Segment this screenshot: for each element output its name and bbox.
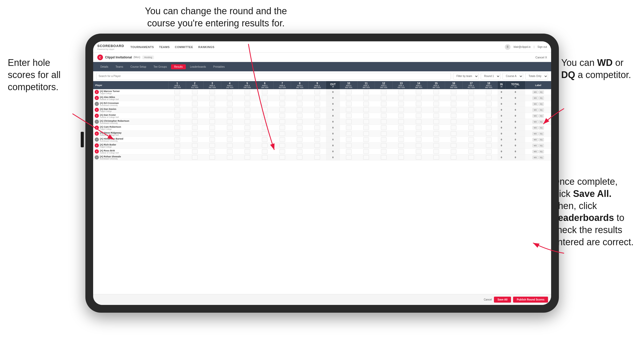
hole-4-score[interactable] [221, 101, 239, 107]
hole-17-score[interactable] [462, 119, 480, 125]
hole-6-score[interactable] [256, 131, 273, 137]
score-input-h16[interactable] [451, 137, 456, 142]
hole-15-score[interactable] [427, 101, 445, 107]
hole-9-score[interactable] [308, 125, 326, 131]
hole-18-score[interactable] [480, 125, 498, 131]
hole-9-score[interactable] [308, 113, 326, 119]
score-input-h2[interactable] [192, 90, 198, 94]
score-input-h16[interactable] [451, 131, 456, 136]
hole-13-score[interactable] [393, 107, 410, 113]
hole-14-score[interactable] [410, 101, 427, 107]
score-input-h11[interactable] [363, 149, 369, 154]
score-input-h8[interactable] [297, 149, 302, 154]
hole-4-score[interactable] [221, 89, 239, 95]
score-input-h3[interactable] [209, 90, 215, 94]
hole-16-score[interactable] [445, 143, 463, 149]
hole-9-score[interactable] [308, 95, 326, 101]
hole-4-score[interactable] [221, 107, 239, 113]
score-input-h6[interactable] [262, 155, 268, 160]
hole-7-score[interactable] [273, 101, 291, 107]
score-input-h8[interactable] [297, 137, 302, 142]
score-input-h14[interactable] [416, 131, 421, 136]
hole-8-score[interactable] [291, 107, 309, 113]
score-input-h1[interactable] [174, 137, 180, 142]
hole-7-score[interactable] [273, 137, 291, 143]
score-input-h17[interactable] [468, 102, 474, 106]
hole-14-score[interactable] [410, 125, 427, 131]
score-input-h15[interactable] [433, 137, 439, 142]
score-input-h17[interactable] [468, 131, 474, 136]
hole-2-score[interactable] [186, 137, 204, 143]
hole-13-score[interactable] [393, 119, 410, 125]
hole-16-score[interactable] [445, 95, 463, 101]
dq-button[interactable]: DQ [539, 120, 544, 124]
score-input-h3[interactable] [209, 143, 215, 148]
score-input-h5[interactable] [245, 107, 250, 112]
hole-13-score[interactable] [393, 95, 410, 101]
hole-15-score[interactable] [427, 137, 445, 143]
hole-8-score[interactable] [291, 137, 309, 143]
score-input-h18[interactable] [486, 143, 492, 148]
hole-9-score[interactable] [308, 155, 326, 160]
score-input-h16[interactable] [451, 90, 456, 94]
score-input-h4[interactable] [227, 125, 233, 130]
wd-button[interactable]: WD [532, 108, 538, 112]
hole-3-score[interactable] [203, 137, 221, 143]
score-input-h3[interactable] [209, 155, 215, 160]
publish-round-scores-button[interactable]: Publish Round Scores [513, 297, 548, 303]
dq-button[interactable]: DQ [539, 114, 544, 118]
tab-printables[interactable]: Printables [210, 64, 228, 69]
score-input-h13[interactable] [398, 125, 404, 130]
hole-5-score[interactable] [239, 149, 256, 155]
score-input-h9[interactable] [314, 96, 320, 100]
hole-12-score[interactable] [375, 107, 393, 113]
score-input-h7[interactable] [279, 137, 285, 142]
score-input-h4[interactable] [227, 137, 233, 142]
score-input-h15[interactable] [433, 119, 439, 124]
hole-4-score[interactable] [221, 113, 239, 119]
score-input-h12[interactable] [381, 119, 387, 124]
score-input-h8[interactable] [297, 125, 302, 130]
score-input-h13[interactable] [398, 107, 404, 112]
score-input-h16[interactable] [451, 113, 456, 118]
score-input-h14[interactable] [416, 113, 421, 118]
hole-8-score[interactable] [291, 125, 309, 131]
hole-8-score[interactable] [291, 89, 309, 95]
score-input-h14[interactable] [416, 102, 421, 106]
score-input-h8[interactable] [297, 143, 302, 148]
hole-8-score[interactable] [291, 143, 309, 149]
hole-8-score[interactable] [291, 113, 309, 119]
hole-13-score[interactable] [393, 149, 410, 155]
hole-2-score[interactable] [186, 131, 204, 137]
dq-button[interactable]: DQ [539, 96, 544, 100]
hole-17-score[interactable] [462, 125, 480, 131]
save-all-button[interactable]: Save All [494, 297, 511, 303]
score-input-h17[interactable] [468, 143, 474, 148]
hole-6-score[interactable] [256, 119, 273, 125]
wd-button[interactable]: WD [532, 132, 538, 135]
score-input-h1[interactable] [174, 119, 180, 124]
score-input-h1[interactable] [174, 96, 180, 100]
hole-5-score[interactable] [239, 107, 256, 113]
hole-12-score[interactable] [375, 137, 393, 143]
wd-button[interactable]: WD [532, 150, 538, 153]
tab-results[interactable]: Results [171, 64, 186, 69]
hole-6-score[interactable] [256, 89, 273, 95]
score-input-h17[interactable] [468, 155, 474, 160]
hole-3-score[interactable] [203, 131, 221, 137]
score-input-h6[interactable] [262, 96, 268, 100]
score-input-h18[interactable] [486, 137, 492, 142]
score-input-h9[interactable] [314, 119, 320, 124]
hole-1-score[interactable] [168, 143, 186, 149]
score-input-h8[interactable] [297, 131, 302, 136]
score-input-h6[interactable] [262, 149, 268, 154]
hole-13-score[interactable] [393, 137, 410, 143]
hole-1-score[interactable] [168, 101, 186, 107]
score-input-h6[interactable] [262, 113, 268, 118]
hole-1-score[interactable] [168, 125, 186, 131]
wd-button[interactable]: WD [532, 126, 538, 129]
score-input-h17[interactable] [468, 113, 474, 118]
hole-14-score[interactable] [410, 107, 427, 113]
score-input-h10[interactable] [346, 107, 352, 112]
hole-8-score[interactable] [291, 95, 309, 101]
